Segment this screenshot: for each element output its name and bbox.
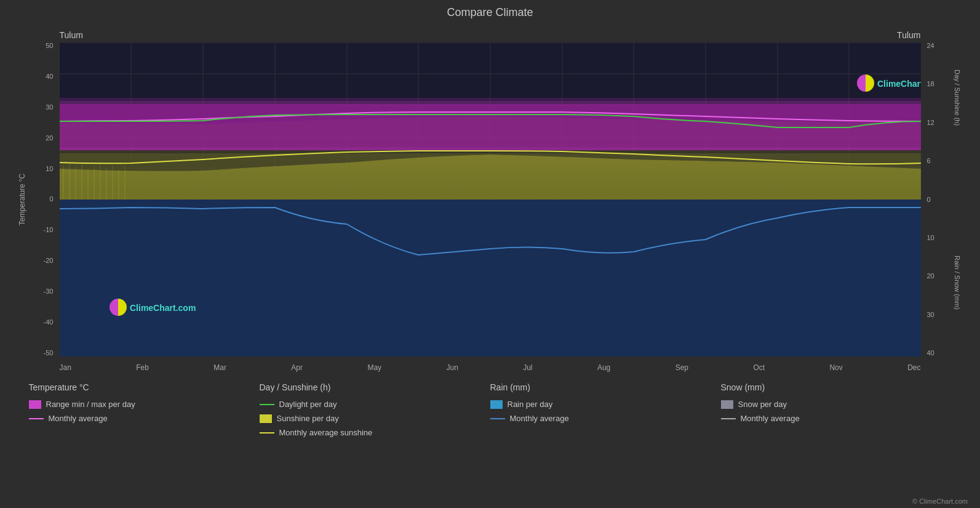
x-axis: Jan Feb Mar Apr May Jun Jul Aug Sep Oct …	[60, 363, 921, 372]
legend-daylight-label: Daylight per day	[279, 400, 337, 409]
legend-snow: Snow (mm) Snow per day Monthly average	[721, 382, 952, 437]
month-aug: Aug	[597, 363, 610, 372]
legend-temp-avg: Monthly average	[29, 414, 260, 423]
legend-rain: Rain (mm) Rain per day Monthly average	[490, 382, 721, 437]
month-feb: Feb	[136, 363, 149, 372]
svg-rect-40	[60, 200, 921, 357]
temp-avg-line	[29, 418, 44, 419]
chart-area: ClimeChart.com ClimeChart.com	[60, 42, 921, 357]
copyright: © ClimeChart.com	[912, 498, 968, 505]
legend-sunshine-title: Day / Sunshine (h)	[260, 382, 490, 392]
chart-svg: ClimeChart.com ClimeChart.com	[60, 42, 921, 357]
snow-avg-line	[721, 418, 736, 419]
page-container: Compare Climate Tulum Tulum Temperature …	[0, 0, 980, 508]
legend-daylight: Daylight per day	[260, 400, 490, 409]
sunshine-swatch	[260, 414, 272, 423]
location-label-left: Tulum	[60, 30, 83, 40]
svg-rect-38	[60, 98, 921, 150]
legend-rain-label: Rain per day	[508, 400, 553, 409]
legend-sunshine-label: Sunshine per day	[277, 414, 339, 423]
month-apr: Apr	[291, 363, 303, 372]
rain-avg-line	[490, 418, 505, 419]
month-jan: Jan	[60, 363, 71, 372]
legend-temperature: Temperature °C Range min / max per day M…	[29, 382, 260, 437]
legend-snow-title: Snow (mm)	[721, 382, 952, 392]
svg-text:ClimeChart.com: ClimeChart.com	[130, 303, 196, 313]
month-mar: Mar	[213, 363, 226, 372]
legend-temp-range: Range min / max per day	[29, 400, 260, 409]
sunshine-avg-line	[260, 432, 274, 433]
y-axis-title-right-bottom: Rain / Snow (mm)	[954, 246, 961, 320]
location-label-right: Tulum	[897, 30, 920, 40]
legend-rain-title: Rain (mm)	[490, 382, 721, 392]
month-may: May	[367, 363, 381, 372]
chart-title: Compare Climate	[447, 6, 533, 19]
legend-snow-avg: Monthly average	[721, 414, 952, 423]
legend-temperature-title: Temperature °C	[29, 382, 260, 392]
legend-sunshine: Day / Sunshine (h) Daylight per day Suns…	[260, 382, 490, 437]
legend-snow-swatch: Snow per day	[721, 400, 952, 409]
legend-sunshine-avg: Monthly average sunshine	[260, 428, 490, 437]
y-axis-title-right-top: Day / Sunshine (h)	[954, 61, 961, 135]
month-sep: Sep	[675, 363, 688, 372]
daylight-line	[260, 404, 274, 405]
legend-snow-avg-label: Monthly average	[741, 414, 800, 423]
month-jun: Jun	[446, 363, 458, 372]
legend-sunshine-swatch: Sunshine per day	[260, 414, 490, 423]
temp-range-swatch	[29, 400, 41, 409]
legend-rain-avg-label: Monthly average	[510, 414, 569, 423]
legend-snow-per-day-label: Snow per day	[738, 400, 787, 409]
legend-rain-swatch: Rain per day	[490, 400, 721, 409]
month-dec: Dec	[907, 363, 920, 372]
y-axis-left: 50 40 30 20 10 0 -10 -20 -30 -40 -50	[17, 42, 57, 357]
legend-sunshine-avg-label: Monthly average sunshine	[279, 428, 373, 437]
snow-swatch	[721, 400, 733, 409]
legend-temp-avg-label: Monthly average	[49, 414, 108, 423]
legend-temp-range-label: Range min / max per day	[46, 400, 135, 409]
month-oct: Oct	[753, 363, 765, 372]
legend-area: Temperature °C Range min / max per day M…	[17, 382, 964, 437]
chart-wrapper: Tulum Tulum Temperature °C 50 40 30 20 1…	[17, 24, 964, 375]
rain-swatch	[490, 400, 503, 409]
svg-text:ClimeChart.com: ClimeChart.com	[877, 79, 921, 89]
legend-rain-avg: Monthly average	[490, 414, 721, 423]
month-nov: Nov	[829, 363, 842, 372]
month-jul: Jul	[523, 363, 532, 372]
